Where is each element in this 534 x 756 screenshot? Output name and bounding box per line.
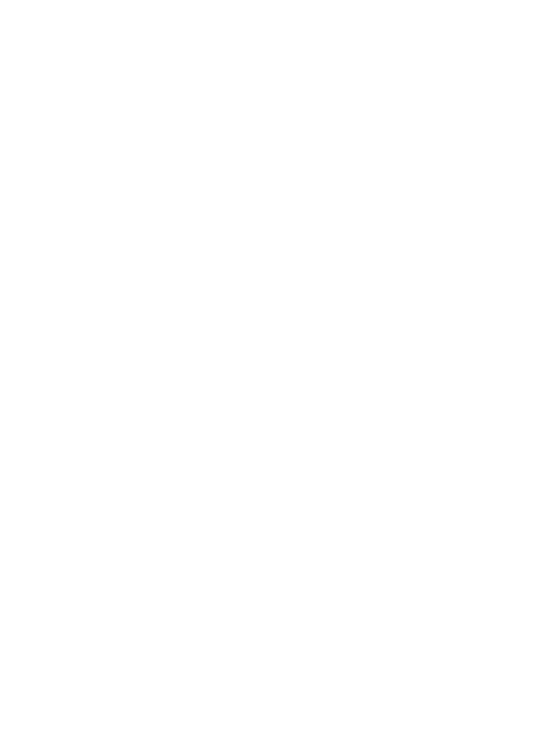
- document-page: 2、系统稳定后（测量值基本不变化），改变操作量值，获取单容对象的响应曲线如下 图…: [0, 0, 534, 81]
